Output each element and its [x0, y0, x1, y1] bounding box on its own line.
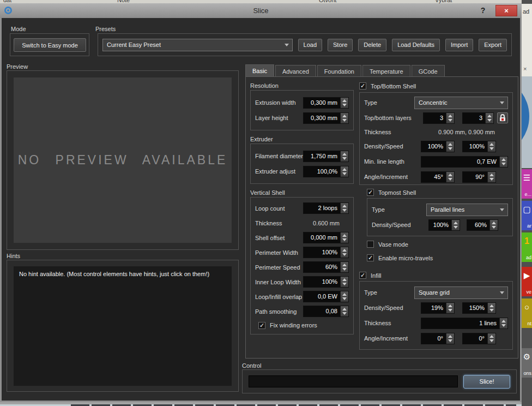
- tab-advanced[interactable]: Advanced: [275, 65, 316, 77]
- tbs-increment-spinner[interactable]: 90°: [462, 171, 496, 183]
- spinner-arrows[interactable]: [446, 333, 454, 344]
- load-button[interactable]: Load: [298, 39, 322, 51]
- basic-tab-panel: Resolution Extrusion width 0,300 mm Laye…: [245, 76, 518, 359]
- path-smoothing-spinner[interactable]: 0,08: [303, 306, 349, 317]
- bg-toolbar-button-options[interactable]: ⚙ ons: [522, 348, 532, 378]
- tbs-speed-spinner[interactable]: 100%: [462, 141, 496, 152]
- check-icon: ✓: [368, 255, 373, 261]
- load-defaults-button[interactable]: Load Defaults: [392, 39, 440, 51]
- fix-winding-errors-row[interactable]: ✓ Fix winding errors: [255, 319, 349, 332]
- spinner-arrows[interactable]: [340, 203, 348, 213]
- bg-toolbar-button-load[interactable]: 1 ad: [522, 232, 532, 262]
- vase-mode-checkbox[interactable]: [367, 241, 374, 248]
- switch-easy-mode-button[interactable]: Switch to Easy mode: [14, 38, 86, 52]
- setting-row: Thickness 0.900 mm, 0.900 mm: [364, 126, 508, 139]
- close-button[interactable]: ×: [495, 5, 517, 16]
- perimeter-speed-spinner[interactable]: 60%: [303, 261, 349, 273]
- infill-density-spinner[interactable]: 19%: [421, 302, 455, 314]
- spinner-arrows[interactable]: [499, 157, 507, 167]
- help-button[interactable]: ?: [478, 6, 488, 16]
- tab-basic[interactable]: Basic: [245, 64, 274, 77]
- loop-count-spinner[interactable]: 2 loops: [303, 202, 349, 214]
- min-line-length-spinner[interactable]: 0,7 EW: [421, 156, 508, 168]
- preview-canvas: NO PREVIEW AVAILABLE: [14, 77, 232, 243]
- slice-button[interactable]: Slice!: [463, 375, 510, 389]
- spinner-arrows[interactable]: [487, 141, 495, 152]
- export-button[interactable]: Export: [479, 39, 507, 51]
- spinner-arrows[interactable]: [485, 113, 493, 123]
- tab-temperature[interactable]: Temperature: [362, 65, 410, 77]
- chevron-down-icon: [497, 291, 507, 294]
- spinner-arrows[interactable]: [340, 166, 348, 177]
- chevron-down-icon: [281, 44, 292, 46]
- topmost-density-spinner[interactable]: 100%: [428, 219, 460, 231]
- preview-group: NO PREVIEW AVAILABLE: [7, 70, 239, 250]
- spinner-arrows[interactable]: [487, 172, 495, 182]
- topmost-shell-toggle[interactable]: ✓ Topmost Shell: [367, 189, 416, 196]
- spinner-arrows[interactable]: [340, 262, 348, 272]
- spinner-arrows[interactable]: [340, 306, 348, 317]
- layer-height-spinner[interactable]: 0,300 mm: [303, 112, 349, 124]
- extruder-adjust-spinner[interactable]: 100,0%: [303, 166, 349, 177]
- top-bottom-shell-toggle[interactable]: ✓ Top/Bottom Shell: [359, 82, 416, 89]
- tab-gcode[interactable]: GCode: [412, 65, 445, 77]
- infill-toggle[interactable]: ✓ Infill: [359, 272, 382, 279]
- perimeter-width-spinner[interactable]: 100%: [303, 247, 349, 258]
- spinner-arrows[interactable]: [340, 247, 348, 258]
- spinner-arrows[interactable]: [446, 141, 454, 152]
- bg-toolbar-button-clear[interactable]: ▢ ar: [522, 201, 532, 230]
- extruder-group: Filament diameter 1,750 mm Extruder adju…: [250, 144, 354, 184]
- vase-mode-toggle[interactable]: Vase mode: [367, 241, 408, 248]
- top-bottom-shell-checkbox[interactable]: ✓: [359, 82, 366, 89]
- loop-infill-overlap-spinner[interactable]: 0,0 EW: [303, 291, 349, 302]
- infill-checkbox[interactable]: ✓: [359, 272, 366, 279]
- spinner-arrows[interactable]: [451, 220, 460, 230]
- setting-row: Loop count 2 loops: [255, 201, 349, 216]
- bottom-layers-spinner[interactable]: 3: [462, 112, 494, 124]
- spinner-arrows[interactable]: [487, 333, 495, 344]
- spinner-arrows[interactable]: [499, 318, 507, 329]
- micro-travels-toggle[interactable]: ✓ Enable micro-travels: [367, 254, 433, 261]
- tbs-angle-spinner[interactable]: 45°: [421, 171, 455, 183]
- filament-diameter-spinner[interactable]: 1,750 mm: [303, 151, 349, 162]
- spinner-arrows[interactable]: [446, 303, 454, 313]
- infill-type-dropdown[interactable]: Square grid: [414, 286, 508, 299]
- spinner-arrows[interactable]: [446, 172, 454, 182]
- spinner-arrows[interactable]: [487, 303, 495, 313]
- extrusion-width-spinner[interactable]: 0,300 mm: [303, 97, 349, 109]
- bg-tab-close-icon[interactable]: ×: [523, 65, 527, 72]
- spinner-arrows[interactable]: [340, 291, 348, 302]
- lock-icon[interactable]: [497, 112, 508, 123]
- infill-angle-spinner[interactable]: 0°: [421, 333, 455, 344]
- topmost-type-dropdown[interactable]: Parallel lines: [426, 204, 508, 216]
- preset-dropdown[interactable]: Current Easy Preset: [102, 39, 293, 51]
- bg-toolbar-button-list[interactable]: ☰ e...: [522, 169, 532, 199]
- import-button[interactable]: Import: [445, 39, 473, 51]
- micro-travels-checkbox[interactable]: ✓: [367, 254, 374, 261]
- inner-loop-width-spinner[interactable]: 100%: [303, 276, 349, 288]
- tbs-density-spinner[interactable]: 100%: [421, 141, 455, 152]
- topmost-shell-checkbox[interactable]: ✓: [367, 189, 374, 196]
- tab-foundation[interactable]: Foundation: [317, 65, 361, 77]
- titlebar[interactable]: Slice ? ×: [0, 3, 522, 18]
- spinner-arrows[interactable]: [340, 232, 348, 243]
- delete-button[interactable]: Delete: [358, 39, 386, 51]
- fix-winding-errors-checkbox[interactable]: ✓: [258, 322, 265, 329]
- store-button[interactable]: Store: [328, 39, 353, 51]
- spinner-arrows[interactable]: [340, 113, 348, 123]
- spinner-arrows[interactable]: [340, 98, 348, 108]
- shell-offset-spinner[interactable]: 0,000 mm: [303, 232, 349, 243]
- top-layers-spinner[interactable]: 3: [423, 112, 455, 124]
- tbs-type-dropdown[interactable]: Concentric: [414, 97, 508, 109]
- spinner-arrows[interactable]: [340, 151, 348, 162]
- bg-toolbar-button-save[interactable]: ▶ ve: [522, 267, 532, 296]
- infill-thickness-spinner[interactable]: 1 lines: [421, 318, 508, 329]
- spinner-arrows[interactable]: [489, 220, 498, 230]
- spinner-arrows[interactable]: [340, 277, 348, 287]
- bg-toolbar-button-print[interactable]: ○ nt: [522, 298, 532, 328]
- infill-speed-spinner[interactable]: 150%: [462, 302, 496, 314]
- list-icon: ☰: [522, 174, 532, 182]
- infill-increment-spinner[interactable]: 0°: [462, 333, 496, 344]
- topmost-speed-spinner[interactable]: 60%: [467, 219, 498, 231]
- spinner-arrows[interactable]: [446, 113, 454, 123]
